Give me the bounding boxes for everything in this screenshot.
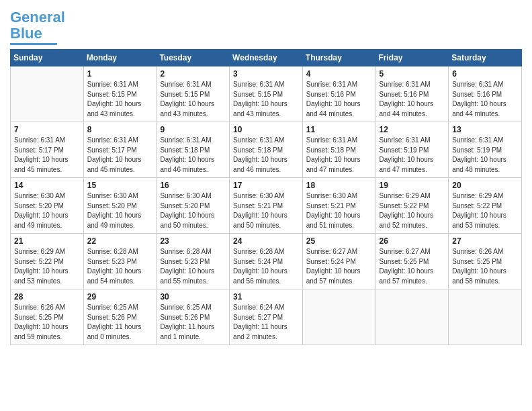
day-info: Sunrise: 6:31 AM Sunset: 5:16 PM Dayligh…	[380, 80, 445, 119]
weekday-header-saturday: Saturday	[449, 50, 522, 66]
day-number: 12	[380, 125, 445, 134]
day-number: 30	[160, 292, 226, 302]
day-info: Sunrise: 6:31 AM Sunset: 5:15 PM Dayligh…	[160, 80, 226, 119]
day-number: 11	[306, 125, 372, 134]
weekday-header-friday: Friday	[375, 50, 449, 66]
day-cell: 13Sunrise: 6:31 AM Sunset: 5:19 PM Dayli…	[449, 122, 522, 178]
day-info: Sunrise: 6:28 AM Sunset: 5:24 PM Dayligh…	[233, 247, 299, 286]
day-info: Sunrise: 6:30 AM Sunset: 5:21 PM Dayligh…	[233, 191, 299, 230]
day-cell: 23Sunrise: 6:28 AM Sunset: 5:23 PM Dayli…	[157, 234, 230, 289]
day-cell: 24Sunrise: 6:28 AM Sunset: 5:24 PM Dayli…	[230, 234, 303, 289]
day-info: Sunrise: 6:31 AM Sunset: 5:17 PM Dayligh…	[87, 136, 153, 175]
logo-blue: Blue	[10, 25, 42, 42]
day-cell: 26Sunrise: 6:27 AM Sunset: 5:25 PM Dayli…	[375, 234, 449, 289]
weekday-header-thursday: Thursday	[302, 50, 375, 66]
day-number: 10	[233, 125, 299, 134]
day-cell: 8Sunrise: 6:31 AM Sunset: 5:17 PM Daylig…	[83, 122, 157, 178]
day-cell	[449, 289, 522, 345]
day-number: 15	[87, 181, 153, 190]
day-info: Sunrise: 6:31 AM Sunset: 5:15 PM Dayligh…	[233, 80, 299, 119]
day-number: 5	[380, 69, 445, 79]
day-info: Sunrise: 6:31 AM Sunset: 5:19 PM Dayligh…	[452, 136, 518, 175]
day-cell: 15Sunrise: 6:30 AM Sunset: 5:20 PM Dayli…	[83, 178, 157, 234]
day-number: 24	[233, 236, 299, 246]
day-info: Sunrise: 6:31 AM Sunset: 5:18 PM Dayligh…	[160, 136, 226, 175]
day-info: Sunrise: 6:26 AM Sunset: 5:25 PM Dayligh…	[452, 247, 518, 286]
weekday-header-monday: Monday	[83, 50, 157, 66]
day-number: 16	[160, 181, 226, 190]
day-info: Sunrise: 6:29 AM Sunset: 5:22 PM Dayligh…	[14, 247, 80, 286]
day-info: Sunrise: 6:31 AM Sunset: 5:16 PM Dayligh…	[306, 80, 372, 119]
day-cell: 6Sunrise: 6:31 AM Sunset: 5:16 PM Daylig…	[449, 66, 522, 122]
day-cell: 27Sunrise: 6:26 AM Sunset: 5:25 PM Dayli…	[449, 234, 522, 289]
day-info: Sunrise: 6:30 AM Sunset: 5:20 PM Dayligh…	[87, 191, 153, 230]
day-cell: 28Sunrise: 6:26 AM Sunset: 5:25 PM Dayli…	[11, 289, 84, 345]
day-info: Sunrise: 6:31 AM Sunset: 5:19 PM Dayligh…	[380, 136, 445, 175]
day-cell: 17Sunrise: 6:30 AM Sunset: 5:21 PM Dayli…	[230, 178, 303, 234]
weekday-header-sunday: Sunday	[11, 50, 84, 66]
weekday-header-tuesday: Tuesday	[157, 50, 230, 66]
day-info: Sunrise: 6:31 AM Sunset: 5:18 PM Dayligh…	[233, 136, 299, 175]
day-info: Sunrise: 6:25 AM Sunset: 5:26 PM Dayligh…	[160, 303, 226, 342]
day-number: 14	[14, 181, 80, 190]
week-row-1: 1Sunrise: 6:31 AM Sunset: 5:15 PM Daylig…	[11, 66, 522, 122]
day-number: 19	[380, 181, 445, 190]
day-number: 1	[87, 69, 153, 79]
day-number: 25	[306, 236, 372, 246]
day-cell: 22Sunrise: 6:28 AM Sunset: 5:23 PM Dayli…	[83, 234, 157, 289]
logo-text: General Blue	[10, 9, 65, 42]
day-number: 27	[452, 236, 518, 246]
day-number: 26	[380, 236, 445, 246]
day-info: Sunrise: 6:28 AM Sunset: 5:23 PM Dayligh…	[87, 247, 153, 286]
day-info: Sunrise: 6:27 AM Sunset: 5:24 PM Dayligh…	[306, 247, 372, 286]
day-number: 9	[160, 125, 226, 134]
day-cell: 9Sunrise: 6:31 AM Sunset: 5:18 PM Daylig…	[157, 122, 230, 178]
day-info: Sunrise: 6:31 AM Sunset: 5:16 PM Dayligh…	[452, 80, 518, 119]
day-number: 28	[14, 292, 80, 302]
day-info: Sunrise: 6:26 AM Sunset: 5:25 PM Dayligh…	[14, 303, 80, 342]
day-info: Sunrise: 6:31 AM Sunset: 5:15 PM Dayligh…	[87, 80, 153, 119]
day-number: 3	[233, 69, 299, 79]
day-cell: 31Sunrise: 6:24 AM Sunset: 5:27 PM Dayli…	[230, 289, 303, 345]
weekday-header-row: SundayMondayTuesdayWednesdayThursdayFrid…	[11, 50, 522, 66]
day-cell: 4Sunrise: 6:31 AM Sunset: 5:16 PM Daylig…	[302, 66, 375, 122]
day-cell: 12Sunrise: 6:31 AM Sunset: 5:19 PM Dayli…	[375, 122, 449, 178]
day-info: Sunrise: 6:28 AM Sunset: 5:23 PM Dayligh…	[160, 247, 226, 286]
day-info: Sunrise: 6:29 AM Sunset: 5:22 PM Dayligh…	[452, 191, 518, 230]
day-cell	[302, 289, 375, 345]
calendar: SundayMondayTuesdayWednesdayThursdayFrid…	[10, 49, 522, 345]
day-number: 31	[233, 292, 299, 302]
day-cell: 30Sunrise: 6:25 AM Sunset: 5:26 PM Dayli…	[157, 289, 230, 345]
day-number: 21	[14, 236, 80, 246]
day-number: 7	[14, 125, 80, 134]
week-row-5: 28Sunrise: 6:26 AM Sunset: 5:25 PM Dayli…	[11, 289, 522, 345]
day-info: Sunrise: 6:30 AM Sunset: 5:20 PM Dayligh…	[14, 191, 80, 230]
day-number: 8	[87, 125, 153, 134]
day-number: 17	[233, 181, 299, 190]
header: General Blue	[10, 7, 522, 45]
day-info: Sunrise: 6:27 AM Sunset: 5:25 PM Dayligh…	[380, 247, 445, 286]
logo-underline	[10, 43, 57, 45]
day-cell	[375, 289, 449, 345]
day-number: 6	[452, 69, 518, 79]
day-cell: 29Sunrise: 6:25 AM Sunset: 5:26 PM Dayli…	[83, 289, 157, 345]
day-number: 29	[87, 292, 153, 302]
week-row-3: 14Sunrise: 6:30 AM Sunset: 5:20 PM Dayli…	[11, 178, 522, 234]
logo-general: General	[10, 9, 65, 26]
day-cell: 7Sunrise: 6:31 AM Sunset: 5:17 PM Daylig…	[11, 122, 84, 178]
day-cell: 5Sunrise: 6:31 AM Sunset: 5:16 PM Daylig…	[375, 66, 449, 122]
day-cell: 18Sunrise: 6:30 AM Sunset: 5:21 PM Dayli…	[302, 178, 375, 234]
day-info: Sunrise: 6:31 AM Sunset: 5:17 PM Dayligh…	[14, 136, 80, 175]
day-info: Sunrise: 6:30 AM Sunset: 5:21 PM Dayligh…	[306, 191, 372, 230]
day-number: 20	[452, 181, 518, 190]
day-cell: 21Sunrise: 6:29 AM Sunset: 5:22 PM Dayli…	[11, 234, 84, 289]
week-row-2: 7Sunrise: 6:31 AM Sunset: 5:17 PM Daylig…	[11, 122, 522, 178]
day-number: 2	[160, 69, 226, 79]
day-cell: 11Sunrise: 6:31 AM Sunset: 5:18 PM Dayli…	[302, 122, 375, 178]
day-info: Sunrise: 6:25 AM Sunset: 5:26 PM Dayligh…	[87, 303, 153, 342]
day-cell: 1Sunrise: 6:31 AM Sunset: 5:15 PM Daylig…	[83, 66, 157, 122]
day-info: Sunrise: 6:24 AM Sunset: 5:27 PM Dayligh…	[233, 303, 299, 342]
day-cell: 10Sunrise: 6:31 AM Sunset: 5:18 PM Dayli…	[230, 122, 303, 178]
day-info: Sunrise: 6:29 AM Sunset: 5:22 PM Dayligh…	[380, 191, 445, 230]
day-number: 23	[160, 236, 226, 246]
